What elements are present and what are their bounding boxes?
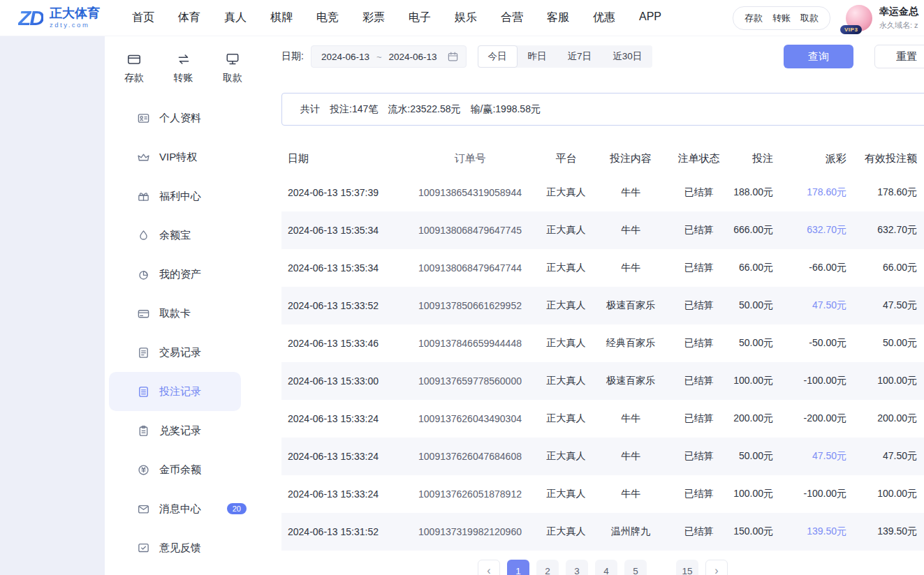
table-body: 2024-06-13 15:37:391009138654319058944正大… bbox=[281, 174, 924, 551]
sidebar-item-label: 投注记录 bbox=[159, 385, 201, 398]
range-button-昨日[interactable]: 昨日 bbox=[518, 45, 557, 68]
cell-bet-content: 牛牛 bbox=[596, 262, 666, 274]
reset-button[interactable]: 重置 bbox=[874, 45, 924, 68]
page-button-15[interactable]: 15 bbox=[676, 560, 698, 575]
sidebar-item-profile[interactable]: 个人资料 bbox=[105, 98, 262, 137]
page-button-5[interactable]: 5 bbox=[624, 560, 647, 575]
feedback-icon bbox=[137, 542, 150, 555]
sidebar-item-assets[interactable]: 我的资产 bbox=[105, 255, 262, 294]
sidebar-item-card[interactable]: 取款卡 bbox=[105, 294, 262, 333]
quick-action-deposit[interactable]: 存款 bbox=[124, 52, 144, 84]
sidebar-item-bets[interactable]: 投注记录 bbox=[109, 372, 241, 411]
next-page-button[interactable]: › bbox=[705, 560, 728, 575]
range-button-近30日[interactable]: 近30日 bbox=[602, 45, 652, 68]
nav-item-6[interactable]: 电子 bbox=[409, 10, 431, 25]
user-meta[interactable]: 幸运金总 永久域名: z bbox=[879, 6, 924, 31]
page-button-1[interactable]: 1 bbox=[507, 560, 529, 575]
cell-payout: 178.60元 bbox=[784, 186, 858, 199]
cell-payout: 47.50元 bbox=[784, 450, 858, 463]
wallet-action-0[interactable]: 存款 bbox=[745, 12, 763, 24]
yuebao-icon bbox=[137, 229, 150, 242]
cell-order-number: 1009138068479647744 bbox=[404, 262, 536, 274]
nav-item-1[interactable]: 体育 bbox=[178, 10, 200, 25]
sidebar-item-transactions[interactable]: 交易记录 bbox=[105, 333, 262, 372]
wallet-action-1[interactable]: 转账 bbox=[772, 12, 791, 24]
page-button-3[interactable]: 3 bbox=[566, 560, 588, 575]
sidebar-item-yuebao[interactable]: 余额宝 bbox=[105, 216, 262, 255]
nav-item-10[interactable]: 优惠 bbox=[593, 10, 615, 25]
calendar-icon[interactable] bbox=[447, 51, 459, 63]
sidebar-item-vip[interactable]: VIP特权 bbox=[105, 137, 262, 177]
cell-bet-content: 牛牛 bbox=[596, 186, 666, 199]
cell-valid-amount: 632.70元 bbox=[858, 224, 924, 237]
sidebar-item-messages[interactable]: 消息中心20 bbox=[105, 489, 262, 528]
bets-table: 日期订单号平台投注内容注单状态投注派彩有效投注额 2024-06-13 15:3… bbox=[281, 143, 924, 551]
date-range-picker[interactable]: 2024-06-13 ~ 2024-06-13 bbox=[311, 45, 467, 68]
nav-item-11[interactable]: APP bbox=[639, 10, 661, 25]
table-row[interactable]: 2024-06-13 15:33:461009137846659944448正大… bbox=[281, 324, 924, 362]
wallet-action-2[interactable]: 取款 bbox=[800, 12, 819, 24]
cell-bet-content: 经典百家乐 bbox=[596, 337, 666, 350]
user-name: 幸运金总 bbox=[879, 6, 924, 18]
welfare-icon bbox=[137, 190, 150, 203]
sidebar-item-welfare[interactable]: 福利中心 bbox=[105, 177, 262, 216]
cell-order-number: 1009137846659944448 bbox=[404, 338, 536, 349]
date-to-value[interactable]: 2024-06-13 bbox=[389, 52, 437, 62]
brand-text: 正大体育 zdty.com bbox=[50, 7, 100, 29]
range-button-近7日[interactable]: 近7日 bbox=[557, 45, 603, 68]
date-from-value[interactable]: 2024-06-13 bbox=[321, 52, 369, 62]
summary-turnover: 流水:23522.58元 bbox=[388, 103, 460, 116]
sidebar-item-feedback[interactable]: 意见反馈 bbox=[105, 528, 262, 567]
table-row[interactable]: 2024-06-13 15:35:341009138068479647745正大… bbox=[281, 211, 924, 249]
range-button-今日[interactable]: 今日 bbox=[478, 45, 518, 68]
search-button[interactable]: 查询 bbox=[784, 45, 853, 68]
nav-item-5[interactable]: 彩票 bbox=[362, 10, 385, 25]
nav-item-7[interactable]: 娱乐 bbox=[455, 10, 477, 25]
page-button-4[interactable]: 4 bbox=[595, 560, 617, 575]
column-header-6: 派彩 bbox=[784, 152, 858, 165]
table-row[interactable]: 2024-06-13 15:35:341009138068479647744正大… bbox=[281, 249, 924, 287]
table-row[interactable]: 2024-06-13 15:33:521009137850661629952正大… bbox=[281, 287, 924, 324]
quick-action-label: 转账 bbox=[174, 72, 193, 84]
cell-bet-content: 极速百家乐 bbox=[596, 299, 666, 312]
nav-item-2[interactable]: 真人 bbox=[224, 10, 247, 25]
cell-bet-content: 极速百家乐 bbox=[596, 375, 666, 387]
cell-platform: 正大真人 bbox=[536, 299, 596, 312]
sidebar-item-label: 我的资产 bbox=[159, 268, 201, 281]
page-button-2[interactable]: 2 bbox=[536, 560, 559, 575]
cell-status: 已结算 bbox=[666, 337, 732, 350]
cell-bet-content: 牛牛 bbox=[596, 224, 666, 237]
sidebar-item-label: 兑奖记录 bbox=[159, 424, 201, 438]
nav-item-3[interactable]: 棋牌 bbox=[270, 10, 293, 25]
sidebar-item-label: 交易记录 bbox=[159, 346, 201, 359]
nav-item-4[interactable]: 电竞 bbox=[316, 10, 339, 25]
sidebar-item-coins[interactable]: 金币余额 bbox=[105, 450, 262, 489]
cell-status: 已结算 bbox=[666, 186, 732, 199]
cell-platform: 正大真人 bbox=[536, 337, 596, 350]
table-row[interactable]: 2024-06-13 15:31:521009137319982120960正大… bbox=[281, 513, 924, 551]
quick-action-transfer[interactable]: 转账 bbox=[174, 52, 193, 84]
cell-valid-amount: 66.00元 bbox=[858, 262, 924, 274]
prev-page-button[interactable]: ‹ bbox=[478, 560, 500, 575]
cell-platform: 正大真人 bbox=[536, 375, 596, 387]
sidebar-item-redeem[interactable]: 兑奖记录 bbox=[105, 411, 262, 450]
cell-platform: 正大真人 bbox=[536, 224, 596, 237]
nav-item-9[interactable]: 客服 bbox=[547, 10, 569, 25]
nav-item-0[interactable]: 首页 bbox=[132, 10, 154, 25]
table-row[interactable]: 2024-06-13 15:33:241009137626047684608正大… bbox=[281, 438, 924, 475]
nav-item-8[interactable]: 合营 bbox=[501, 10, 523, 25]
brand-logo[interactable]: ZD 正大体育 zdty.com bbox=[18, 6, 100, 30]
deposit-icon bbox=[126, 52, 142, 67]
table-row[interactable]: 2024-06-13 15:33:241009137626051878912正大… bbox=[281, 475, 924, 513]
column-header-4: 注单状态 bbox=[666, 152, 732, 165]
transactions-icon bbox=[137, 346, 150, 359]
table-row[interactable]: 2024-06-13 15:33:001009137659778560000正大… bbox=[281, 362, 924, 400]
column-header-2: 平台 bbox=[536, 152, 596, 165]
table-row[interactable]: 2024-06-13 15:33:241009137626043490304正大… bbox=[281, 400, 924, 438]
quick-action-withdraw[interactable]: 取款 bbox=[223, 52, 242, 84]
cell-platform: 正大真人 bbox=[536, 412, 596, 425]
cell-date: 2024-06-13 15:31:52 bbox=[281, 526, 404, 537]
table-row[interactable]: 2024-06-13 15:37:391009138654319058944正大… bbox=[281, 174, 924, 211]
sidebar-quick-actions: 存款转账取款 bbox=[105, 36, 262, 84]
user-avatar[interactable]: VIP3 bbox=[846, 5, 872, 31]
